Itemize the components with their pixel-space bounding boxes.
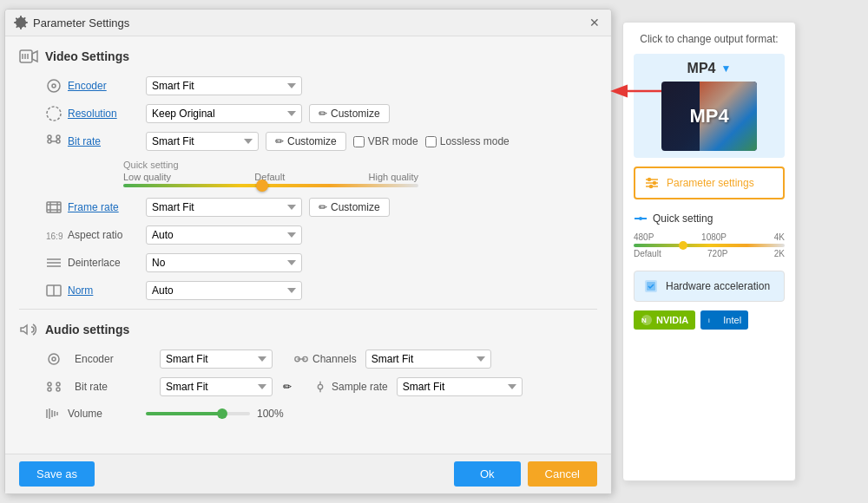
volume-slider-thumb[interactable] xyxy=(217,408,227,419)
norm-select[interactable]: Auto PAL NTSC xyxy=(146,281,302,300)
dialog-footer: Save as Ok Cancel xyxy=(5,454,611,493)
pencil-icon: ✏ xyxy=(319,108,327,120)
aspect-ratio-select[interactable]: Auto 16:9 4:3 xyxy=(146,225,302,245)
nvidia-logo-icon: N xyxy=(641,314,653,326)
qs-top-labels: 480P 1080P 4K xyxy=(634,232,785,242)
sample-rate-select[interactable]: Smart Fit 44100 Hz 48000 Hz xyxy=(397,377,523,396)
frame-rate-customize-button[interactable]: ✏ Customize xyxy=(309,198,390,217)
audio-bit-rate-label: Bit rate xyxy=(75,381,153,393)
audio-bit-rate-icon xyxy=(45,378,62,395)
bit-rate-row: Bit rate Smart Fit Custom ✏ Customize VB… xyxy=(19,132,597,151)
qs-4k-label: 4K xyxy=(774,232,785,242)
quality-slider-track xyxy=(123,184,418,187)
deinterlace-icon xyxy=(45,254,62,271)
quick-setting-panel: Quick setting 480P 1080P 4K Default 720P… xyxy=(634,208,785,262)
volume-slider-container: 100% xyxy=(146,408,284,420)
bit-rate-select[interactable]: Smart Fit Custom xyxy=(146,132,259,151)
ok-button[interactable]: Ok xyxy=(454,461,521,487)
volume-row: Volume 100% xyxy=(19,405,597,422)
svg-text:N: N xyxy=(641,317,647,324)
deinterlace-label: Deinterlace xyxy=(68,257,146,269)
deinterlace-select[interactable]: No Yes xyxy=(146,253,302,272)
svg-point-30 xyxy=(48,388,51,391)
quick-setting-label: Quick setting xyxy=(123,160,597,170)
format-thumbnail-label: MP4 xyxy=(689,105,728,127)
encoder-label[interactable]: Encoder xyxy=(68,80,146,92)
frame-rate-select[interactable]: Smart Fit 24 30 60 xyxy=(146,198,302,217)
resolution-label[interactable]: Resolution xyxy=(68,108,146,120)
svg-point-29 xyxy=(56,382,60,386)
svg-rect-12 xyxy=(47,202,61,212)
video-settings-title: Video Settings xyxy=(45,49,129,63)
nvidia-badge[interactable]: N NVIDIA xyxy=(634,310,695,330)
audio-encoder-select[interactable]: Smart Fit AAC MP3 xyxy=(160,349,273,369)
vbr-mode-checkbox-label[interactable]: VBR mode xyxy=(353,135,418,147)
format-dropdown[interactable]: MP4 ▼ xyxy=(687,61,732,76)
audio-settings-section-header: Audio settings xyxy=(19,320,597,339)
quality-slider-thumb[interactable] xyxy=(256,180,268,192)
svg-point-28 xyxy=(48,382,51,386)
qs-2k-label: 2K xyxy=(774,249,785,258)
dialog-close-button[interactable]: ✕ xyxy=(587,15,602,30)
volume-value: 100% xyxy=(257,408,284,420)
deinterlace-row: Deinterlace No Yes xyxy=(19,253,597,272)
nvidia-label: NVIDIA xyxy=(656,315,688,325)
qs-bottom-labels: Default 720P 2K xyxy=(634,249,785,258)
right-panel-title: Click to change output format: xyxy=(634,33,785,45)
lossless-mode-checkbox[interactable] xyxy=(425,136,437,147)
settings-icon xyxy=(14,16,28,29)
pencil-icon-2: ✏ xyxy=(275,135,284,147)
format-label: MP4 xyxy=(687,61,716,76)
svg-point-10 xyxy=(56,135,60,139)
dialog-body: Video Settings Encoder Smart Fit H.264 H… xyxy=(5,36,611,454)
norm-label[interactable]: Norm xyxy=(68,284,146,297)
save-as-button[interactable]: Save as xyxy=(19,461,95,487)
svg-point-7 xyxy=(48,140,51,143)
resolution-customize-button[interactable]: ✏ Customize xyxy=(309,104,390,123)
qs-slider-track[interactable] xyxy=(634,244,785,247)
audio-encoder-label: Encoder xyxy=(75,353,153,365)
footer-action-buttons: Ok Cancel xyxy=(454,461,597,487)
svg-point-46 xyxy=(654,182,656,185)
quick-setting-label: Quick setting xyxy=(653,212,713,225)
intel-badge[interactable]: i Intel xyxy=(700,310,748,330)
audio-settings-icon xyxy=(19,320,38,339)
resolution-select[interactable]: Keep Original 1080P 720P xyxy=(146,104,302,123)
bit-rate-customize-button[interactable]: ✏ Customize xyxy=(266,132,346,151)
audio-settings-title: Audio settings xyxy=(45,323,129,336)
svg-point-4 xyxy=(48,80,60,92)
svg-point-8 xyxy=(56,140,60,143)
parameter-settings-panel-label: Parameter settings xyxy=(667,177,754,189)
audio-encoder-icon xyxy=(45,350,62,368)
audio-bit-rate-pencil-icon[interactable]: ✏ xyxy=(283,381,292,393)
quality-slider-container[interactable] xyxy=(123,184,418,187)
svg-point-47 xyxy=(650,186,653,188)
video-settings-section-header: Video Settings xyxy=(19,47,597,66)
format-selector: MP4 ▼ MP4 xyxy=(634,54,785,158)
audio-bit-rate-row: Bit rate Smart Fit 128kbps 256kbps ✏ Sam… xyxy=(19,377,597,396)
parameter-settings-icon xyxy=(644,175,660,191)
cancel-button[interactable]: Cancel xyxy=(528,461,597,487)
section-divider xyxy=(19,309,597,310)
vbr-mode-checkbox[interactable] xyxy=(353,136,365,147)
resolution-icon xyxy=(45,105,62,122)
sample-rate-label: Sample rate xyxy=(332,381,388,393)
encoder-select[interactable]: Smart Fit H.264 H.265 xyxy=(146,76,302,95)
qs-1080p-label: 1080P xyxy=(701,232,727,242)
parameter-settings-panel-button[interactable]: Parameter settings xyxy=(634,167,785,199)
aspect-ratio-label: Aspect ratio xyxy=(68,229,146,241)
lossless-mode-checkbox-label[interactable]: Lossless mode xyxy=(425,135,510,147)
svg-point-32 xyxy=(318,384,322,389)
audio-bit-rate-select[interactable]: Smart Fit 128kbps 256kbps xyxy=(160,377,273,396)
hardware-acceleration-button[interactable]: Hardware acceleration xyxy=(634,271,785,302)
quick-setting-icon xyxy=(634,212,648,225)
hardware-acceleration-label: Hardware acceleration xyxy=(666,280,770,292)
volume-slider-track[interactable] xyxy=(146,412,250,415)
frame-rate-label[interactable]: Frame rate xyxy=(68,201,146,213)
bit-rate-label[interactable]: Bit rate xyxy=(68,135,146,147)
hardware-acceleration-icon xyxy=(643,278,659,294)
channels-select[interactable]: Smart Fit Mono Stereo xyxy=(365,349,491,369)
aspect-ratio-icon: 16:9 xyxy=(45,226,62,244)
sample-rate-icon xyxy=(312,379,328,395)
low-quality-label: Low quality xyxy=(123,172,171,182)
